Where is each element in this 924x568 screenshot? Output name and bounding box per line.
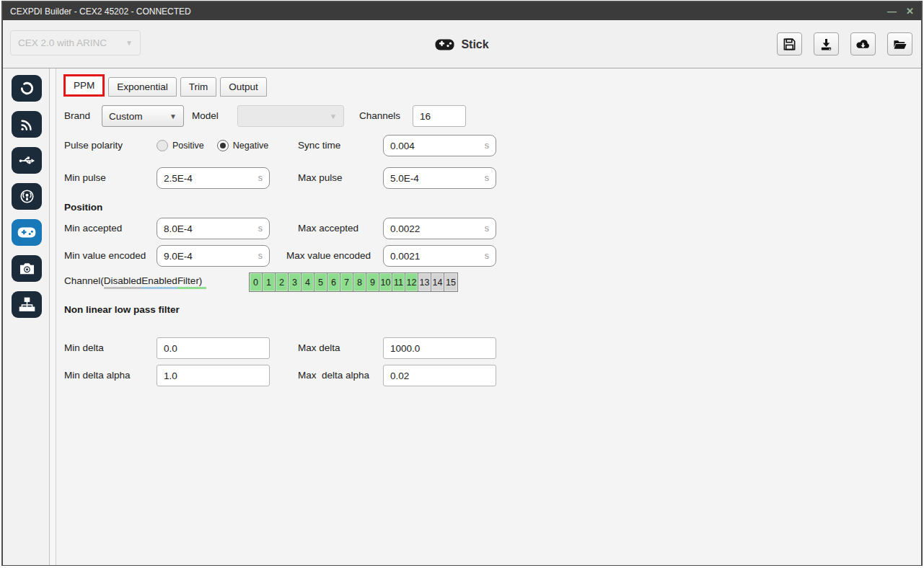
min-delta-value: 0.0 — [164, 343, 177, 354]
channel-cell-13[interactable]: 13 — [418, 273, 431, 291]
radio-icon — [157, 140, 168, 151]
radio-negative-label: Negative — [233, 141, 268, 151]
radio-positive-label: Positive — [172, 141, 204, 151]
min-delta-label: Min delta — [64, 337, 104, 359]
app-window: CEXPDI Builder - CEX2 45202 - CONNECTED … — [1, 1, 923, 566]
tab-bar: PPM Exponential Trim Output — [63, 74, 267, 97]
rss-icon — [19, 117, 35, 133]
channel-cell-15[interactable]: 15 — [444, 273, 457, 291]
tab-trim[interactable]: Trim — [180, 77, 217, 97]
max-delta-alpha-value: 0.02 — [390, 370, 409, 381]
channel-cell-4[interactable]: 4 — [302, 273, 314, 291]
max-accepted-value: 0.0022 — [390, 223, 420, 234]
gamepad-icon — [17, 226, 36, 239]
channel-cell-12[interactable]: 12 — [405, 273, 418, 291]
min-value-encoded-value: 9.0E-4 — [164, 251, 193, 262]
max-value-encoded-input[interactable]: 0.0021 s — [383, 245, 496, 267]
channel-cell-3[interactable]: 3 — [289, 273, 302, 291]
channel-cell-11[interactable]: 11 — [392, 273, 405, 291]
chevron-down-icon: ▼ — [126, 39, 133, 47]
podcast-icon — [19, 188, 35, 205]
tab-exponential[interactable]: Exponential — [108, 77, 177, 97]
min-pulse-label: Min pulse — [64, 167, 106, 189]
brand-label: Brand — [64, 105, 90, 127]
channel-cell-14[interactable]: 14 — [431, 273, 444, 291]
channel-label-prefix: Channel( — [64, 275, 104, 286]
model-dropdown[interactable]: ▼ — [237, 105, 344, 127]
max-value-encoded-value: 0.0021 — [390, 251, 420, 262]
tab-output[interactable]: Output — [220, 77, 267, 97]
sidebar-splitter[interactable] — [50, 68, 56, 565]
min-delta-input[interactable]: 0.0 — [157, 337, 270, 359]
max-accepted-label: Max accepted — [298, 218, 358, 239]
unit-suffix: s — [258, 251, 263, 261]
max-delta-alpha-label: Max delta alpha — [298, 365, 369, 386]
max-pulse-input[interactable]: 5.0E-4 s — [383, 167, 496, 189]
download-to-device-icon — [819, 37, 833, 51]
tab-ppm[interactable]: PPM — [66, 76, 102, 94]
min-delta-alpha-value: 1.0 — [164, 370, 177, 381]
channels-label: Channels — [359, 105, 400, 127]
pulse-polarity-group: Positive Negative — [157, 135, 268, 156]
min-accepted-input[interactable]: 8.0E-4 s — [157, 218, 270, 239]
sidebar-item-camera[interactable] — [12, 255, 42, 282]
sync-time-value: 0.004 — [390, 141, 415, 151]
min-accepted-label: Min accepted — [64, 218, 122, 239]
brand-dropdown[interactable]: Custom ▼ — [102, 105, 184, 127]
unit-suffix: s — [485, 251, 489, 261]
channel-cell-6[interactable]: 6 — [327, 273, 340, 291]
cloud-download-icon — [855, 38, 871, 50]
min-delta-alpha-input[interactable]: 1.0 — [157, 365, 270, 386]
pulse-polarity-label: Pulse polarity — [64, 135, 123, 156]
cloud-download-button[interactable] — [850, 32, 876, 56]
download-button[interactable] — [814, 32, 839, 56]
channel-cell-2[interactable]: 2 — [276, 273, 289, 291]
close-button[interactable]: ✕ — [906, 6, 914, 16]
channel-strip[interactable]: 0123456789101112131415 — [249, 272, 458, 292]
channel-cell-10[interactable]: 10 — [379, 273, 392, 291]
sidebar-item-podcast[interactable] — [12, 183, 42, 210]
open-folder-button[interactable] — [887, 32, 912, 56]
radio-positive[interactable]: Positive — [157, 140, 204, 151]
max-delta-alpha-input[interactable]: 0.02 — [383, 365, 496, 386]
radio-negative[interactable]: Negative — [217, 140, 268, 151]
usb-icon — [18, 153, 35, 169]
channel-cell-7[interactable]: 7 — [340, 273, 353, 291]
sidebar-item-stick[interactable] — [12, 219, 42, 246]
sync-time-input[interactable]: 0.004 s — [383, 135, 496, 156]
nllpf-section-header: Non linear low pass filter — [64, 304, 180, 315]
channel-label-filter: Filter) — [177, 275, 207, 289]
title-bar: CEXPDI Builder - CEX2 45202 - CONNECTED … — [3, 2, 921, 20]
sidebar-item-rss[interactable] — [12, 111, 42, 138]
sidebar-item-usb[interactable] — [12, 147, 42, 174]
min-value-encoded-label: Min value encoded — [64, 245, 146, 267]
window-title: CEXPDI Builder - CEX2 45202 - CONNECTED — [10, 6, 887, 17]
camera-icon — [19, 262, 35, 276]
channel-cell-5[interactable]: 5 — [314, 273, 327, 291]
minimize-button[interactable]: — — [887, 6, 896, 16]
channel-cell-9[interactable]: 9 — [366, 273, 379, 291]
max-delta-value: 1000.0 — [390, 343, 420, 354]
max-accepted-input[interactable]: 0.0022 s — [383, 218, 496, 239]
channel-label-enabled: Enabled — [141, 275, 177, 289]
save-button[interactable] — [777, 32, 802, 56]
min-pulse-input[interactable]: 2.5E-4 s — [157, 167, 270, 189]
channel-cell-8[interactable]: 8 — [353, 273, 366, 291]
toolbar: CEX 2.0 with ARINC ▼ Stick — [3, 20, 921, 68]
channel-cell-1[interactable]: 1 — [263, 273, 276, 291]
chevron-down-icon: ▼ — [170, 112, 177, 120]
radio-icon — [217, 140, 229, 151]
channel-cell-0[interactable]: 0 — [250, 273, 263, 291]
channel-label-disabled: Disabled — [104, 275, 142, 289]
sidebar-item-network[interactable] — [12, 291, 42, 318]
channels-input[interactable]: 16 — [413, 105, 466, 127]
sidebar — [3, 68, 50, 565]
min-accepted-value: 8.0E-4 — [164, 223, 193, 234]
sidebar-item-dial[interactable] — [12, 75, 42, 102]
unit-suffix: s — [485, 223, 489, 234]
profile-dropdown[interactable]: CEX 2.0 with ARINC ▼ — [10, 30, 141, 56]
max-delta-input[interactable]: 1000.0 — [383, 337, 496, 359]
unit-suffix: s — [485, 173, 489, 183]
floppy-save-icon — [783, 37, 796, 51]
min-value-encoded-input[interactable]: 9.0E-4 s — [157, 245, 270, 267]
